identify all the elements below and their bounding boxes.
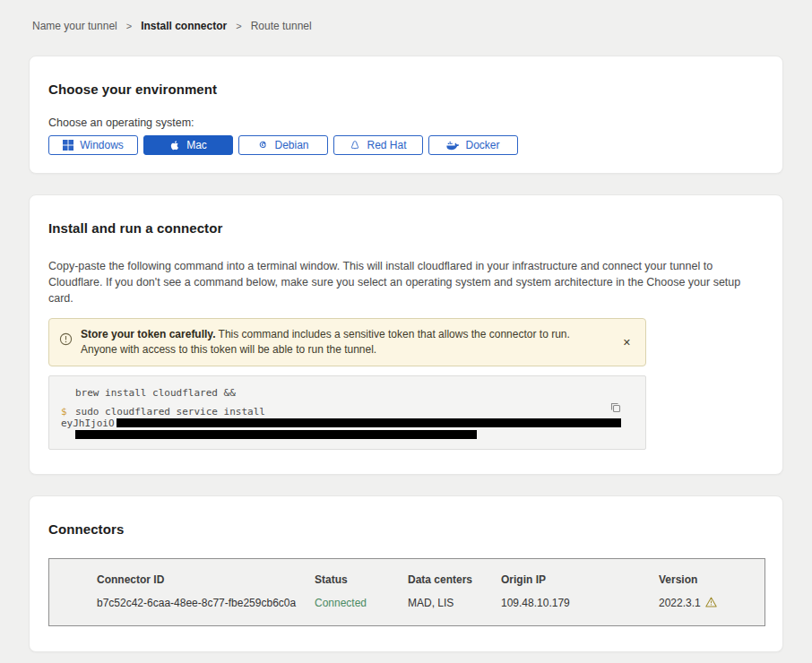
- redhat-icon: [350, 140, 360, 151]
- windows-icon: [63, 140, 73, 151]
- apple-icon: [169, 139, 180, 151]
- header-origin-ip: Origin IP: [501, 573, 659, 586]
- table-row: b7c52c42-6caa-48ee-8c77-fbe259cb6c0a Con…: [97, 597, 756, 610]
- version-text: 2022.3.1: [659, 597, 701, 609]
- token-warning-text: Store your token carefully. This command…: [81, 327, 596, 357]
- connectors-table-header: Connector ID Status Data centers Origin …: [97, 573, 756, 586]
- token-warning-title: Store your token carefully.: [81, 328, 216, 340]
- code-line-token: eyJhIjoiO: [61, 418, 633, 429]
- install-connector-card: Install and run a connector Copy-paste t…: [29, 194, 783, 475]
- redacted-token-bar: [75, 430, 477, 439]
- os-select-label: Choose an operating system:: [48, 116, 764, 129]
- header-version: Version: [659, 573, 756, 586]
- header-data-centers: Data centers: [408, 573, 501, 586]
- cell-data-centers: MAD, LIS: [408, 597, 501, 609]
- close-icon[interactable]: ✕: [619, 335, 635, 350]
- install-card-description: Copy-paste the following command into a …: [48, 258, 761, 306]
- header-status: Status: [315, 573, 408, 586]
- shell-prompt: $: [61, 407, 75, 417]
- version-warning-icon: [705, 597, 717, 610]
- install-command-code-block: brew install cloudflared && $ sudo cloud…: [48, 375, 646, 450]
- breadcrumb: Name your tunnel > Install connector > R…: [32, 20, 812, 32]
- os-button-label: Windows: [80, 139, 124, 151]
- breadcrumb-install-connector[interactable]: Install connector: [141, 20, 227, 32]
- code-gutter: [61, 388, 75, 398]
- code-text: sudo cloudflared service install: [75, 407, 265, 417]
- os-button-label: Docker: [465, 139, 499, 151]
- code-text: brew install cloudflared &&: [75, 388, 236, 398]
- os-button-docker[interactable]: Docker: [428, 135, 518, 155]
- os-button-label: Debian: [274, 139, 308, 151]
- breadcrumb-name-your-tunnel[interactable]: Name your tunnel: [32, 20, 117, 32]
- os-button-row: Windows Mac Debian Red Hat Docker: [48, 135, 764, 155]
- breadcrumb-route-tunnel[interactable]: Route tunnel: [251, 20, 312, 32]
- status-badge: Connected: [315, 597, 408, 609]
- os-button-label: Mac: [186, 139, 207, 151]
- connectors-table: Connector ID Status Data centers Origin …: [48, 558, 765, 626]
- os-button-debian[interactable]: Debian: [238, 135, 328, 155]
- os-button-label: Red Hat: [367, 139, 406, 151]
- token-warning-banner: Store your token carefully. This command…: [48, 318, 646, 366]
- os-button-mac[interactable]: Mac: [143, 135, 233, 155]
- cell-origin-ip: 109.48.10.179: [501, 597, 659, 609]
- docker-icon: [446, 141, 459, 151]
- copy-icon[interactable]: [608, 400, 624, 418]
- code-line-brew: brew install cloudflared &&: [61, 388, 633, 398]
- os-button-redhat[interactable]: Red Hat: [333, 135, 423, 155]
- install-card-title: Install and run a connector: [48, 220, 764, 236]
- os-button-windows[interactable]: Windows: [48, 135, 138, 155]
- redacted-token-bar: [117, 418, 621, 427]
- breadcrumb-separator: >: [236, 21, 241, 31]
- breadcrumb-separator: >: [126, 21, 132, 31]
- cell-connector-id: b7c52c42-6caa-48ee-8c77-fbe259cb6c0a: [97, 597, 315, 609]
- environment-card-title: Choose your environment: [48, 82, 764, 97]
- debian-icon: [257, 140, 268, 151]
- code-line-sudo: $ sudo cloudflared service install: [61, 407, 633, 417]
- cell-version: 2022.3.1: [659, 597, 756, 610]
- token-prefix: eyJhIjoiO: [61, 418, 115, 429]
- header-connector-id: Connector ID: [97, 573, 315, 586]
- connectors-card: Connectors Connector ID Status Data cent…: [29, 495, 783, 652]
- connectors-card-title: Connectors: [48, 521, 764, 537]
- environment-card: Choose your environment Choose an operat…: [29, 56, 783, 174]
- alert-circle-icon: [59, 332, 73, 349]
